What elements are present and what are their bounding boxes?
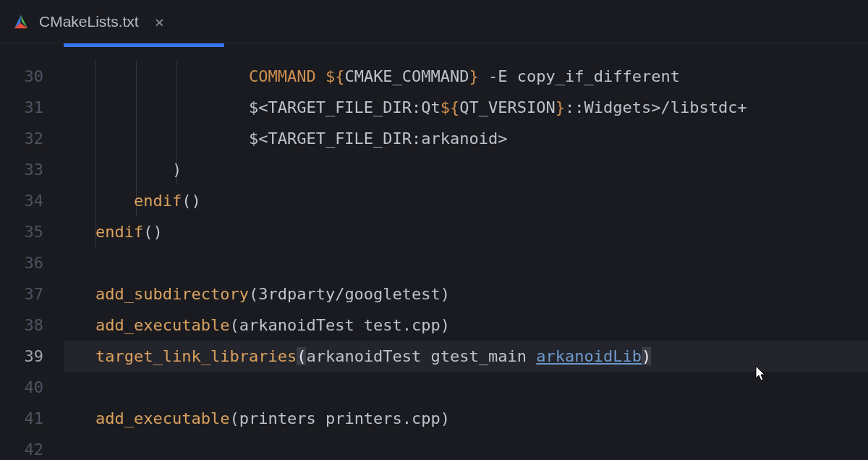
line-number[interactable]: 37 bbox=[0, 278, 64, 310]
code-line[interactable]: $<TARGET_FILE_DIR:arkanoid> bbox=[64, 123, 868, 154]
line-number[interactable]: 34 bbox=[0, 185, 64, 216]
code-line[interactable] bbox=[64, 247, 868, 278]
code-editor[interactable]: 30 31 32 33 34 35 36 37 38 39 40 41 42 C… bbox=[0, 43, 868, 460]
line-number[interactable]: 32 bbox=[0, 123, 64, 154]
code-content-area[interactable]: COMMAND ${CMAKE_COMMAND} -E copy_if_diff… bbox=[64, 43, 868, 460]
editor-tab-bar: CMakeLists.txt × bbox=[0, 0, 868, 43]
close-tab-button[interactable]: × bbox=[149, 13, 164, 31]
code-line[interactable]: add_executable(arkanoidTest test.cpp) bbox=[64, 310, 868, 341]
code-line[interactable]: $<TARGET_FILE_DIR:Qt${QT_VERSION}::Widge… bbox=[64, 92, 868, 123]
code-line[interactable]: endif() bbox=[64, 216, 868, 247]
line-number[interactable]: 35 bbox=[0, 216, 64, 247]
line-number[interactable]: 41 bbox=[0, 403, 64, 434]
code-line[interactable]: endif() bbox=[64, 185, 868, 216]
tab-filename-label: CMakeLists.txt bbox=[39, 13, 139, 30]
line-number[interactable]: 38 bbox=[0, 310, 64, 341]
code-line[interactable]: add_executable(printers printers.cpp) bbox=[64, 403, 868, 434]
code-line[interactable] bbox=[64, 434, 868, 460]
file-tab[interactable]: CMakeLists.txt × bbox=[0, 0, 177, 43]
code-line[interactable]: ) bbox=[64, 154, 868, 185]
cmake-file-icon bbox=[13, 14, 29, 30]
line-number[interactable]: 33 bbox=[0, 154, 64, 185]
code-line[interactable]: COMMAND ${CMAKE_COMMAND} -E copy_if_diff… bbox=[64, 61, 868, 92]
line-number-gutter: 30 31 32 33 34 35 36 37 38 39 40 41 42 bbox=[0, 43, 64, 460]
line-number[interactable]: 36 bbox=[0, 247, 64, 278]
line-number[interactable]: 42 bbox=[0, 434, 64, 460]
line-number[interactable]: 39 bbox=[0, 341, 64, 372]
code-line[interactable]: add_subdirectory(3rdparty/googletest) bbox=[64, 278, 868, 310]
line-number[interactable]: 40 bbox=[0, 372, 64, 403]
line-number[interactable]: 31 bbox=[0, 92, 64, 123]
code-line[interactable] bbox=[64, 372, 868, 403]
code-line-active[interactable]: target_link_libraries(arkanoidTest gtest… bbox=[64, 341, 868, 372]
line-number[interactable]: 30 bbox=[0, 61, 64, 92]
symbol-link[interactable]: arkanoidLib bbox=[536, 347, 642, 365]
